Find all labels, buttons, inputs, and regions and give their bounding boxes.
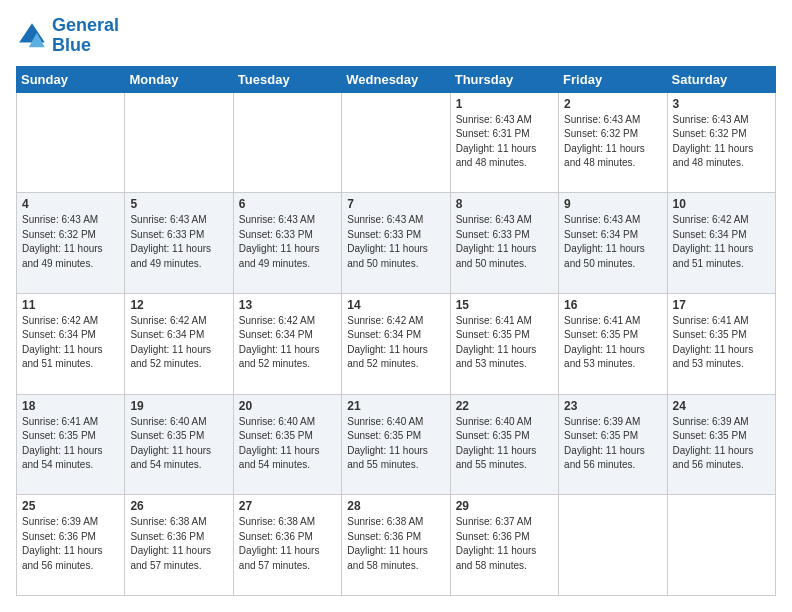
day-info: Sunrise: 6:42 AM Sunset: 6:34 PM Dayligh… [673, 213, 770, 271]
day-info: Sunrise: 6:38 AM Sunset: 6:36 PM Dayligh… [239, 515, 336, 573]
calendar-cell: 8Sunrise: 6:43 AM Sunset: 6:33 PM Daylig… [450, 193, 558, 294]
calendar-cell: 18Sunrise: 6:41 AM Sunset: 6:35 PM Dayli… [17, 394, 125, 495]
day-info: Sunrise: 6:43 AM Sunset: 6:34 PM Dayligh… [564, 213, 661, 271]
day-number: 10 [673, 197, 770, 211]
day-number: 1 [456, 97, 553, 111]
day-number: 23 [564, 399, 661, 413]
calendar-week-row: 11Sunrise: 6:42 AM Sunset: 6:34 PM Dayli… [17, 293, 776, 394]
calendar-cell: 14Sunrise: 6:42 AM Sunset: 6:34 PM Dayli… [342, 293, 450, 394]
calendar-cell: 13Sunrise: 6:42 AM Sunset: 6:34 PM Dayli… [233, 293, 341, 394]
calendar-cell: 12Sunrise: 6:42 AM Sunset: 6:34 PM Dayli… [125, 293, 233, 394]
day-number: 11 [22, 298, 119, 312]
column-header-monday: Monday [125, 66, 233, 92]
day-number: 29 [456, 499, 553, 513]
day-number: 16 [564, 298, 661, 312]
calendar-cell: 27Sunrise: 6:38 AM Sunset: 6:36 PM Dayli… [233, 495, 341, 596]
logo-icon [16, 20, 48, 52]
calendar-week-row: 1Sunrise: 6:43 AM Sunset: 6:31 PM Daylig… [17, 92, 776, 193]
day-number: 5 [130, 197, 227, 211]
day-number: 28 [347, 499, 444, 513]
day-number: 14 [347, 298, 444, 312]
column-header-tuesday: Tuesday [233, 66, 341, 92]
day-info: Sunrise: 6:43 AM Sunset: 6:33 PM Dayligh… [239, 213, 336, 271]
calendar-cell [233, 92, 341, 193]
day-number: 18 [22, 399, 119, 413]
calendar-cell: 28Sunrise: 6:38 AM Sunset: 6:36 PM Dayli… [342, 495, 450, 596]
calendar-cell: 15Sunrise: 6:41 AM Sunset: 6:35 PM Dayli… [450, 293, 558, 394]
day-info: Sunrise: 6:42 AM Sunset: 6:34 PM Dayligh… [130, 314, 227, 372]
column-header-friday: Friday [559, 66, 667, 92]
day-info: Sunrise: 6:42 AM Sunset: 6:34 PM Dayligh… [239, 314, 336, 372]
calendar-cell: 4Sunrise: 6:43 AM Sunset: 6:32 PM Daylig… [17, 193, 125, 294]
column-header-sunday: Sunday [17, 66, 125, 92]
day-info: Sunrise: 6:41 AM Sunset: 6:35 PM Dayligh… [673, 314, 770, 372]
day-info: Sunrise: 6:43 AM Sunset: 6:33 PM Dayligh… [456, 213, 553, 271]
calendar-cell: 26Sunrise: 6:38 AM Sunset: 6:36 PM Dayli… [125, 495, 233, 596]
calendar-cell: 20Sunrise: 6:40 AM Sunset: 6:35 PM Dayli… [233, 394, 341, 495]
day-info: Sunrise: 6:39 AM Sunset: 6:35 PM Dayligh… [673, 415, 770, 473]
calendar-cell: 7Sunrise: 6:43 AM Sunset: 6:33 PM Daylig… [342, 193, 450, 294]
calendar-cell: 23Sunrise: 6:39 AM Sunset: 6:35 PM Dayli… [559, 394, 667, 495]
day-info: Sunrise: 6:38 AM Sunset: 6:36 PM Dayligh… [130, 515, 227, 573]
day-number: 17 [673, 298, 770, 312]
day-info: Sunrise: 6:39 AM Sunset: 6:36 PM Dayligh… [22, 515, 119, 573]
day-number: 3 [673, 97, 770, 111]
calendar-header-row: SundayMondayTuesdayWednesdayThursdayFrid… [17, 66, 776, 92]
calendar-cell: 2Sunrise: 6:43 AM Sunset: 6:32 PM Daylig… [559, 92, 667, 193]
calendar-cell [559, 495, 667, 596]
day-number: 27 [239, 499, 336, 513]
day-info: Sunrise: 6:40 AM Sunset: 6:35 PM Dayligh… [130, 415, 227, 473]
calendar-cell: 17Sunrise: 6:41 AM Sunset: 6:35 PM Dayli… [667, 293, 775, 394]
day-info: Sunrise: 6:43 AM Sunset: 6:31 PM Dayligh… [456, 113, 553, 171]
day-number: 24 [673, 399, 770, 413]
page: General Blue SundayMondayTuesdayWednesda… [0, 0, 792, 612]
calendar-cell: 10Sunrise: 6:42 AM Sunset: 6:34 PM Dayli… [667, 193, 775, 294]
day-number: 6 [239, 197, 336, 211]
day-info: Sunrise: 6:43 AM Sunset: 6:32 PM Dayligh… [22, 213, 119, 271]
day-number: 20 [239, 399, 336, 413]
day-info: Sunrise: 6:39 AM Sunset: 6:35 PM Dayligh… [564, 415, 661, 473]
calendar-cell: 1Sunrise: 6:43 AM Sunset: 6:31 PM Daylig… [450, 92, 558, 193]
calendar-cell: 25Sunrise: 6:39 AM Sunset: 6:36 PM Dayli… [17, 495, 125, 596]
calendar-cell: 22Sunrise: 6:40 AM Sunset: 6:35 PM Dayli… [450, 394, 558, 495]
calendar-cell [342, 92, 450, 193]
day-info: Sunrise: 6:41 AM Sunset: 6:35 PM Dayligh… [564, 314, 661, 372]
calendar-cell: 5Sunrise: 6:43 AM Sunset: 6:33 PM Daylig… [125, 193, 233, 294]
calendar-cell: 9Sunrise: 6:43 AM Sunset: 6:34 PM Daylig… [559, 193, 667, 294]
calendar-cell: 16Sunrise: 6:41 AM Sunset: 6:35 PM Dayli… [559, 293, 667, 394]
day-info: Sunrise: 6:41 AM Sunset: 6:35 PM Dayligh… [22, 415, 119, 473]
day-info: Sunrise: 6:43 AM Sunset: 6:32 PM Dayligh… [673, 113, 770, 171]
day-number: 25 [22, 499, 119, 513]
day-info: Sunrise: 6:40 AM Sunset: 6:35 PM Dayligh… [456, 415, 553, 473]
calendar-week-row: 18Sunrise: 6:41 AM Sunset: 6:35 PM Dayli… [17, 394, 776, 495]
calendar-cell: 6Sunrise: 6:43 AM Sunset: 6:33 PM Daylig… [233, 193, 341, 294]
calendar-cell [667, 495, 775, 596]
day-number: 8 [456, 197, 553, 211]
calendar-week-row: 25Sunrise: 6:39 AM Sunset: 6:36 PM Dayli… [17, 495, 776, 596]
day-number: 21 [347, 399, 444, 413]
day-info: Sunrise: 6:42 AM Sunset: 6:34 PM Dayligh… [347, 314, 444, 372]
column-header-saturday: Saturday [667, 66, 775, 92]
calendar-cell: 29Sunrise: 6:37 AM Sunset: 6:36 PM Dayli… [450, 495, 558, 596]
day-info: Sunrise: 6:38 AM Sunset: 6:36 PM Dayligh… [347, 515, 444, 573]
day-info: Sunrise: 6:41 AM Sunset: 6:35 PM Dayligh… [456, 314, 553, 372]
day-number: 4 [22, 197, 119, 211]
day-number: 22 [456, 399, 553, 413]
day-number: 7 [347, 197, 444, 211]
calendar-cell: 11Sunrise: 6:42 AM Sunset: 6:34 PM Dayli… [17, 293, 125, 394]
day-number: 9 [564, 197, 661, 211]
day-info: Sunrise: 6:43 AM Sunset: 6:33 PM Dayligh… [347, 213, 444, 271]
day-number: 19 [130, 399, 227, 413]
logo: General Blue [16, 16, 119, 56]
day-number: 2 [564, 97, 661, 111]
day-number: 12 [130, 298, 227, 312]
calendar-cell [17, 92, 125, 193]
calendar-cell: 24Sunrise: 6:39 AM Sunset: 6:35 PM Dayli… [667, 394, 775, 495]
day-info: Sunrise: 6:37 AM Sunset: 6:36 PM Dayligh… [456, 515, 553, 573]
column-header-thursday: Thursday [450, 66, 558, 92]
header: General Blue [16, 16, 776, 56]
day-info: Sunrise: 6:43 AM Sunset: 6:33 PM Dayligh… [130, 213, 227, 271]
day-number: 26 [130, 499, 227, 513]
day-number: 13 [239, 298, 336, 312]
day-info: Sunrise: 6:40 AM Sunset: 6:35 PM Dayligh… [239, 415, 336, 473]
